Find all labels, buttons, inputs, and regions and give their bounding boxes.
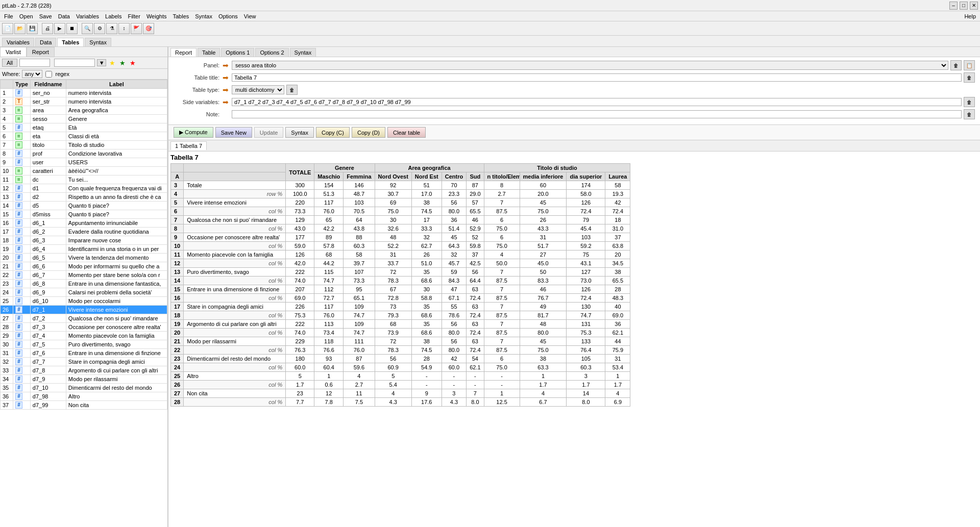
list-item[interactable]: 5#etaqEtà [1, 123, 167, 132]
filter3-button[interactable]: ⚗ [106, 23, 117, 34]
list-item[interactable]: 10≡caratteriàèéìòù'"<>// [1, 167, 167, 175]
open-button[interactable]: 📂 [14, 23, 26, 34]
list-item[interactable]: 1#ser_nonumero intervista [1, 89, 167, 97]
save-button[interactable]: 💾 [27, 23, 38, 34]
list-item[interactable]: 16#d6_1Appuntamento irrinunciabile [1, 219, 167, 228]
menu-item-variables[interactable]: Variables [73, 12, 102, 20]
right-tab-report[interactable]: Report [170, 48, 197, 57]
filter2-button[interactable]: ⚙ [94, 23, 105, 34]
list-item[interactable]: 2Tser_strnumero intervista [1, 97, 167, 106]
list-item[interactable]: 18#d6_3Imparare nuove cose [1, 236, 167, 245]
list-item[interactable]: 7≡titoloTitolo di studio [1, 141, 167, 149]
copy-d-button[interactable]: Copy (D) [352, 127, 385, 138]
table-title-delete-button[interactable]: 🗑 [964, 72, 975, 83]
list-item[interactable]: 23#d6_8Entrare in una dimensione fantast… [1, 280, 167, 288]
table-area[interactable]: Tabella 7 TOTALE Genere Area geografica … [168, 152, 980, 527]
target-button[interactable]: 🎯 [143, 23, 154, 34]
menu-item-syntax[interactable]: Syntax [192, 12, 215, 20]
left-tab-report[interactable]: Report [27, 47, 55, 57]
minimize-button[interactable]: – [949, 2, 958, 10]
dropdown-button[interactable]: ▼ [97, 59, 106, 66]
menu-item-help[interactable]: Help [961, 12, 979, 20]
list-item[interactable]: 22#d6_7Momento per stare bene solo/a con… [1, 271, 167, 280]
search-input[interactable] [19, 59, 50, 67]
panel-select[interactable]: sesso area titolo [232, 61, 948, 70]
menu-item-filter[interactable]: Filter [125, 12, 143, 20]
list-item[interactable]: 35#d7_10Dimenticarmi del resto del mondo [1, 384, 167, 392]
menu-item-labels[interactable]: Labels [102, 12, 125, 20]
list-item[interactable]: 36#d7_98Altro [1, 392, 167, 401]
clear-table-button[interactable]: Clear table [387, 127, 426, 138]
list-item[interactable]: 25#d6_10Modo per coccolarmi [1, 297, 167, 306]
tab-syntax[interactable]: Syntax [85, 38, 111, 46]
filter-input[interactable] [54, 59, 95, 67]
save-new-button[interactable]: Save New [215, 127, 252, 138]
restore-button[interactable]: □ [960, 2, 968, 10]
print-button[interactable]: 🖨 [42, 23, 53, 34]
list-item[interactable]: 30#d7_5Puro divertimento, svago [1, 340, 167, 349]
note-input[interactable] [232, 110, 962, 118]
regex-checkbox[interactable] [45, 71, 52, 78]
panel-copy-button[interactable]: 📋 [964, 60, 975, 70]
list-item[interactable]: 13#d2Rispetto a un anno fa diresti che è… [1, 193, 167, 202]
new-button[interactable]: 📄 [2, 23, 13, 34]
where-select[interactable]: any [22, 70, 42, 78]
side-vars-delete-button[interactable]: 🗑 [964, 97, 975, 107]
list-item[interactable]: 21#d6_6Modo per informarmi su quello che… [1, 262, 167, 271]
menu-item-tables[interactable]: Tables [169, 12, 192, 20]
copy-c-button[interactable]: Copy (C) [316, 127, 350, 138]
close-button[interactable]: ✕ [970, 2, 978, 10]
table-type-select[interactable]: multi dichotomy [232, 85, 284, 94]
tab-tables[interactable]: Tables [57, 38, 84, 46]
all-button[interactable]: All [2, 59, 17, 67]
filter1-button[interactable]: 🔍 [82, 23, 93, 34]
menu-item-options[interactable]: Options [215, 12, 241, 20]
side-vars-input[interactable] [232, 98, 962, 106]
right-tab-table[interactable]: Table [198, 48, 220, 57]
menu-item-data[interactable]: Data [55, 12, 73, 20]
tab-data[interactable]: Data [35, 38, 56, 46]
flag-button[interactable]: 🚩 [131, 23, 142, 34]
star-green-icon[interactable]: ★ [118, 59, 127, 67]
menu-item-view[interactable]: View [241, 12, 259, 20]
list-item[interactable]: 20#d6_5Vivere la tendenza del momento [1, 254, 167, 262]
run-button[interactable]: ▶ [54, 23, 65, 34]
list-item[interactable]: 26#d7_1Vivere intense emozioni [1, 306, 167, 314]
star-gold-icon[interactable]: ★ [108, 59, 116, 67]
list-item[interactable]: 11≡dcTu sei... [1, 175, 167, 184]
list-item[interactable]: 9#userUSERS [1, 158, 167, 167]
tab-variables[interactable]: Variables [2, 38, 34, 46]
right-tab-syntax[interactable]: Syntax [290, 48, 316, 57]
table-title-input[interactable] [232, 73, 962, 82]
table-type-delete-button[interactable]: 🗑 [286, 85, 298, 95]
list-item[interactable]: 15#d5missQuanto ti piace? [1, 210, 167, 219]
list-item[interactable]: 34#d7_9Modo per rilassarmi [1, 375, 167, 384]
menu-item-open[interactable]: Open [16, 12, 36, 20]
list-item[interactable]: 14#d5Quanto ti piace? [1, 202, 167, 210]
menu-item-save[interactable]: Save [36, 12, 55, 20]
list-item[interactable]: 4≡sessoGenere [1, 115, 167, 123]
list-item[interactable]: 17#d6_2Evadere dalla routine quotidiana [1, 228, 167, 236]
list-item[interactable]: 29#d7_4Momento piacevole con la famiglia [1, 332, 167, 340]
list-item[interactable]: 37#d7_99Non cita [1, 401, 167, 410]
result-tab-1[interactable]: 1 Tabella 7 [170, 141, 207, 150]
list-item[interactable]: 8#profCondizione lavorativa [1, 149, 167, 158]
list-item[interactable]: 12#d1Con quale frequenza frequenza vai d… [1, 184, 167, 193]
panel-delete-button[interactable]: 🗑 [950, 60, 962, 70]
list-item[interactable]: 32#d7_7Stare in compagnia degli amici [1, 358, 167, 366]
list-item[interactable]: 3≡areaArea geografica [1, 106, 167, 115]
star-red-icon[interactable]: ★ [129, 59, 137, 67]
list-item[interactable]: 31#d7_6Entrare in una dimensione di finz… [1, 349, 167, 358]
right-tab-options2[interactable]: Options 2 [255, 48, 288, 57]
left-tab-varlist[interactable]: Varlist [0, 47, 27, 57]
compute-button[interactable]: ▶ Compute [174, 127, 213, 138]
update-button[interactable]: Update [254, 127, 283, 138]
list-item[interactable]: 33#d7_8Argomento di cui parlare con gli … [1, 366, 167, 375]
right-tab-options1[interactable]: Options 1 [221, 48, 254, 57]
list-item[interactable]: 24#d6_9Calarsi nei problemi della societ… [1, 288, 167, 297]
list-item[interactable]: 28#d7_3Occasione per conoscere altre rea… [1, 323, 167, 332]
syntax-button[interactable]: Syntax [285, 127, 314, 138]
list-item[interactable]: 19#d6_4Identificarmi in una storia o in … [1, 245, 167, 254]
stop-button[interactable]: ⏹ [66, 23, 78, 34]
sort-button[interactable]: ↕ [118, 23, 130, 34]
